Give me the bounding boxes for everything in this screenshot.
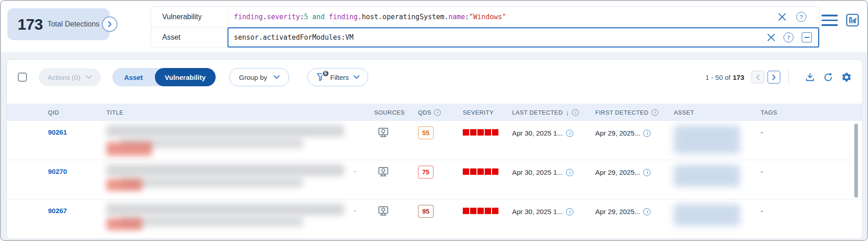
sources-cell [374,121,418,141]
info-icon[interactable]: i [566,169,573,176]
qid-link[interactable]: 90267 [48,199,106,215]
info-icon[interactable]: i [643,130,651,137]
query-token: "Windows" [469,13,506,21]
top-bar: 173 Total Detections Vulnerability findi… [1,1,867,52]
query-token: : [300,13,304,21]
severity-block [485,208,491,214]
qds-badge[interactable]: 95 [418,205,434,218]
info-icon[interactable]: i [566,208,573,215]
redacted-link-blur [106,142,152,156]
scanner-icon[interactable] [377,166,390,178]
info-icon[interactable]: i [434,109,441,116]
qds-badge[interactable]: 75 [418,166,434,178]
column-header-last-detected[interactable]: LAST DETECTED↓i [512,109,595,116]
column-header-asset[interactable]: ASSET [674,109,761,116]
toggle-vulnerability[interactable]: Vulnerability [155,68,216,86]
clear-search-icon[interactable] [778,13,786,21]
table-row: 90267 . 95 Apr 30, 2025 1...i Apr 29, 20… [7,199,862,239]
group-by-label: Group by [239,73,267,81]
sources-cell [374,199,418,220]
redacted-title-blur [106,164,344,176]
qid-link[interactable]: 90261 [48,121,106,136]
select-all-checkbox[interactable] [18,73,27,82]
severity-block [463,208,469,214]
scanner-icon[interactable] [377,126,390,139]
expand-detections-button[interactable] [102,16,117,32]
qid-link[interactable]: 90270 [48,160,106,175]
asset-search-input[interactable]: sensor.activatedForModules:VM ? [228,27,819,47]
group-by-dropdown[interactable]: Group by [229,68,289,86]
last-detected-cell: Apr 30, 2025 1...i [512,199,595,215]
collapse-search-icon[interactable] [802,32,812,42]
download-button[interactable] [804,72,815,83]
table-row: 90261 55 Apr 30, 2025 1...i Apr 29, 2025… [7,121,862,160]
qds-cell: 95 [418,199,463,218]
vulnerability-query[interactable]: finding.severity:5 and finding.host.oper… [228,13,778,21]
severity-block [463,129,469,136]
severity-block [485,168,491,175]
pagination-total: 173 [733,73,744,81]
redacted-link-blur [106,218,142,230]
view-toggle: Asset Vulnerability [112,68,216,86]
qds-cell: 55 [418,121,463,139]
info-icon[interactable]: i [651,109,658,116]
severity-cell [463,199,512,214]
previous-page-button[interactable] [752,71,764,84]
qds-cell: 75 [418,160,463,178]
toggle-asset[interactable]: Asset [112,73,155,81]
title-ellipsis: . [354,205,356,213]
column-header-severity[interactable]: SEVERITY [463,109,512,116]
app-window: 173 Total Detections Vulnerability findi… [0,0,868,241]
sort-descending-icon[interactable]: ↓ [566,109,569,116]
chevron-left-icon [756,74,760,80]
qds-badge[interactable]: 55 [418,126,434,139]
redacted-link-blur [106,179,142,191]
column-header-qid[interactable]: QID [48,109,106,116]
info-icon[interactable]: i [643,169,651,176]
column-label: SEVERITY [463,109,494,116]
asset-search-row: Asset sensor.activatedForModules:VM ? [151,27,819,47]
clear-search-icon[interactable] [767,33,775,42]
query-token: finding [234,13,263,21]
chevron-down-icon [274,75,280,79]
severity-block [492,208,498,214]
column-header-title[interactable]: TITLE [106,109,374,116]
actions-dropdown[interactable]: Actions (0) [39,68,101,86]
info-icon[interactable]: i [566,130,573,137]
query-token: and [308,13,329,21]
scanner-icon[interactable] [377,205,390,218]
asset-query-text: sensor.activatedForModules:VM [234,33,354,42]
help-icon[interactable]: ? [783,32,794,42]
redacted-title-blur [106,125,344,137]
total-detections-count: 173 [17,16,42,33]
column-header-qds[interactable]: QDSi [418,109,463,116]
severity-block [477,168,484,175]
info-icon[interactable]: i [643,208,651,215]
chevron-right-icon [108,21,112,27]
next-page-button[interactable] [767,71,780,84]
column-label: FIRST DETECTED [595,109,649,116]
menu-icon[interactable] [821,13,838,28]
page-content: Actions (0) Asset Vulnerability Group by… [1,52,867,240]
column-label: QDS [418,109,431,116]
column-label: TITLE [106,109,123,116]
severity-block [463,168,469,175]
asset-cell [674,121,761,154]
query-token: severity [267,13,300,21]
severity-cell [463,160,512,175]
help-icon[interactable]: ? [796,12,806,22]
filters-dropdown[interactable]: 6 Filters [307,68,368,86]
refresh-button[interactable] [823,72,834,83]
chart-view-icon[interactable] [845,13,860,27]
column-header-first-detected[interactable]: FIRST DETECTEDi [595,109,674,116]
last-detected-value: Apr 30, 2025 1... [512,129,563,137]
settings-gear-icon[interactable] [841,72,852,83]
info-icon[interactable]: i [572,109,579,116]
column-header-sources[interactable]: SOURCES [374,109,418,116]
table-row: 90270 . 75 Apr 30, 2025 1...i Apr 29, 20… [7,160,862,199]
vertical-scrollbar[interactable] [854,124,858,198]
last-detected-value: Apr 30, 2025 1... [512,168,563,176]
redacted-asset-blur [674,204,740,226]
column-header-tags[interactable]: TAGS [761,109,862,116]
severity-block [485,129,491,136]
